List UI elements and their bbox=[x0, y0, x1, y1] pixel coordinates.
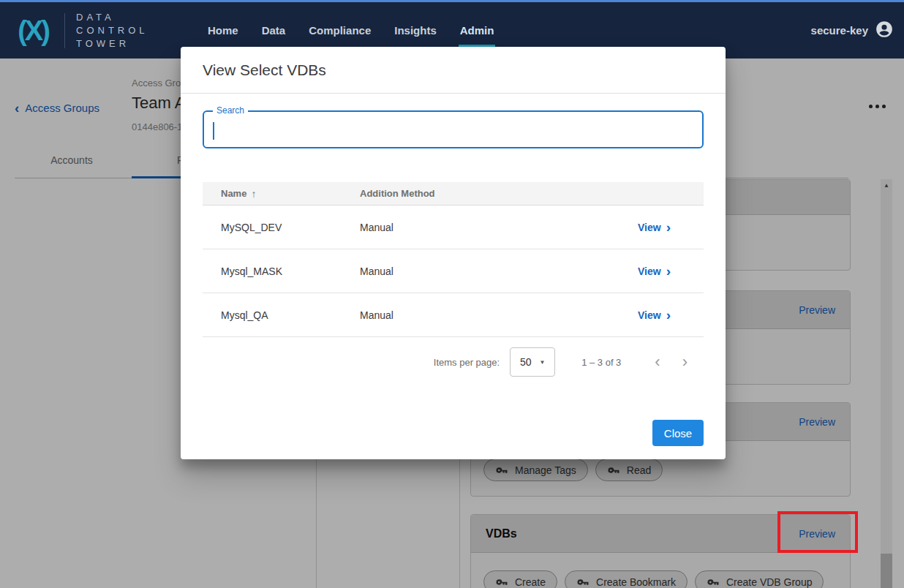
delphix-logo-icon[interactable]: (X) bbox=[9, 12, 57, 49]
screen: ‹ Access Groups Access Groups Team A 014… bbox=[0, 0, 904, 588]
dropdown-caret-icon: ▼ bbox=[539, 359, 545, 366]
text-caret bbox=[213, 122, 214, 140]
column-header-addition-method[interactable]: Addition Method bbox=[360, 188, 616, 199]
table-header-row: Name ↑ Addition Method bbox=[203, 182, 704, 206]
nav-item-admin[interactable]: Admin bbox=[460, 20, 494, 41]
view-link-label: View bbox=[638, 222, 661, 233]
dialog-header: View Select VDBs bbox=[181, 47, 726, 94]
addition-method-cell: Manual bbox=[360, 309, 616, 321]
dialog-title: View Select VDBs bbox=[203, 61, 326, 79]
items-per-page-select[interactable]: 50 ▼ bbox=[510, 347, 555, 377]
window-focus-strip bbox=[0, 0, 904, 2]
search-field: Search bbox=[203, 110, 704, 148]
brand-divider bbox=[64, 13, 65, 48]
annotation-highlight-box bbox=[777, 511, 858, 553]
table-row: Mysql_MASK Manual View › bbox=[203, 249, 704, 293]
view-select-vdbs-dialog: View Select VDBs Search Name ↑ Addition … bbox=[181, 47, 726, 459]
user-menu[interactable]: secure-key bbox=[811, 2, 894, 59]
dialog-body: Search Name ↑ Addition Method MySQL_DEV … bbox=[181, 94, 726, 459]
nav-item-compliance[interactable]: Compliance bbox=[309, 20, 371, 41]
view-link[interactable]: View › bbox=[638, 222, 671, 233]
vdb-name-cell: MySQL_DEV bbox=[203, 222, 360, 233]
column-header-name[interactable]: Name ↑ bbox=[203, 188, 360, 200]
account-icon bbox=[875, 20, 894, 42]
nav-item-admin-label: Admin bbox=[460, 24, 494, 37]
column-header-name-label: Name bbox=[221, 188, 246, 199]
vdb-name-cell: Mysql_MASK bbox=[203, 265, 360, 277]
addition-method-cell: Manual bbox=[360, 222, 616, 233]
nav-item-data[interactable]: Data bbox=[262, 20, 286, 41]
chevron-right-icon: › bbox=[666, 266, 671, 276]
nav-item-insights[interactable]: Insights bbox=[394, 20, 437, 41]
brand-title: DATA CONTROL TOWER bbox=[76, 11, 148, 50]
close-button[interactable]: Close bbox=[652, 420, 704, 446]
items-per-page-value: 50 bbox=[520, 356, 532, 368]
user-name: secure-key bbox=[811, 24, 868, 37]
page-range: 1 – 3 of 3 bbox=[581, 357, 621, 368]
view-link-label: View bbox=[638, 265, 661, 277]
view-link[interactable]: View › bbox=[638, 309, 671, 321]
addition-method-cell: Manual bbox=[360, 265, 616, 277]
previous-page-button[interactable]: ‹ bbox=[655, 355, 660, 369]
view-link[interactable]: View › bbox=[638, 265, 671, 277]
items-per-page-label: Items per page: bbox=[434, 357, 500, 368]
table-row: MySQL_DEV Manual View › bbox=[203, 206, 704, 249]
vdbs-table: Name ↑ Addition Method MySQL_DEV Manual … bbox=[203, 182, 704, 337]
view-link-label: View bbox=[638, 309, 661, 321]
table-row: Mysql_QA Manual View › bbox=[203, 293, 704, 337]
chevron-right-icon: › bbox=[666, 222, 671, 233]
vdb-name-cell: Mysql_QA bbox=[203, 309, 360, 321]
nav-item-home[interactable]: Home bbox=[208, 20, 238, 41]
next-page-button[interactable]: › bbox=[682, 355, 688, 369]
chevron-right-icon: › bbox=[666, 310, 671, 320]
search-input[interactable] bbox=[211, 113, 695, 146]
table-pagination: Items per page: 50 ▼ 1 – 3 of 3 ‹ › bbox=[203, 342, 704, 382]
sort-ascending-icon: ↑ bbox=[251, 188, 256, 200]
